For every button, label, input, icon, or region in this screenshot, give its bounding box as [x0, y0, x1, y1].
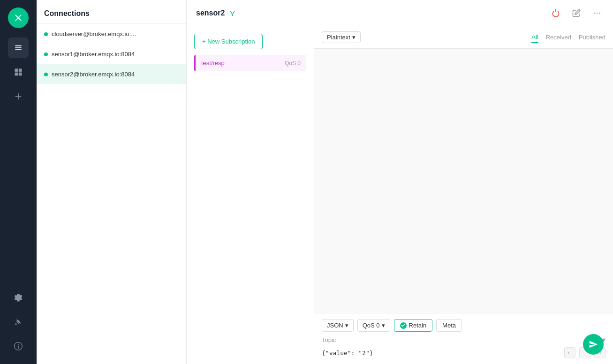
filter-tabs: All Received Published: [531, 31, 605, 43]
topic-label: Topic: [322, 336, 336, 343]
power-button[interactable]: [549, 7, 562, 20]
json-format-label: JSON: [327, 322, 343, 329]
json-chevron-icon: ▾: [345, 322, 348, 329]
connection-name: sensor2: [196, 9, 225, 17]
topbar-right: [549, 7, 604, 20]
json-format-select[interactable]: JSON ▾: [322, 319, 354, 332]
messages-panel-wrapper: Plaintext ▾ All Received Published JSON: [314, 26, 613, 364]
filter-tab-received[interactable]: Received: [546, 32, 571, 43]
topbar-left: sensor2 ⋎: [196, 8, 235, 18]
payload-input[interactable]: {"value": "2"}: [322, 349, 373, 357]
sidebar: [0, 0, 37, 364]
sidebar-item-connections[interactable]: [8, 37, 29, 58]
retain-button[interactable]: Retain: [394, 319, 433, 332]
messages-body: [314, 49, 613, 313]
subscription-item-1[interactable]: test/resp QoS 0: [194, 55, 306, 71]
main-content: sensor2 ⋎ + N: [187, 0, 613, 364]
connection-item-1[interactable]: cloudserver@broker.emqx.io:...: [37, 24, 186, 44]
chevron-down-icon[interactable]: ⋎: [229, 8, 235, 18]
publish-area: JSON ▾ QoS 0 ▾: [314, 313, 613, 364]
connection-item-3[interactable]: sensor2@broker.emqx.io:8084: [37, 64, 186, 84]
edit-button[interactable]: [570, 7, 583, 20]
more-options-button[interactable]: [590, 7, 604, 20]
sidebar-item-add[interactable]: [8, 86, 29, 107]
sidebar-item-info[interactable]: [8, 336, 29, 357]
retain-check-icon: [400, 322, 407, 329]
retain-label: Retain: [409, 322, 427, 329]
svg-point-2: [594, 12, 595, 14]
subscription-topic-1: test/resp: [201, 59, 225, 67]
sidebar-item-grid[interactable]: [8, 62, 29, 82]
subscriptions-panel: + New Subscription test/resp QoS 0: [187, 26, 314, 364]
payload-back-button[interactable]: ←: [564, 347, 575, 358]
publish-toolbar: JSON ▾ QoS 0 ▾: [322, 319, 605, 332]
messages-toolbar: Plaintext ▾ All Received Published: [314, 26, 613, 49]
connection-label-1: cloudserver@broker.emqx.io:...: [52, 30, 136, 37]
sidebar-item-settings[interactable]: [8, 287, 29, 308]
sidebar-item-rss[interactable]: [8, 312, 29, 332]
messages-panel: Plaintext ▾ All Received Published JSON: [314, 26, 613, 364]
format-chevron-icon: ▾: [352, 34, 356, 41]
connection-item-2[interactable]: sensor1@broker.emqx.io:8084: [37, 44, 186, 64]
topic-row: Topic ▾: [322, 335, 605, 344]
topbar: sensor2 ⋎: [187, 0, 613, 26]
qos-chevron-icon: ▾: [382, 322, 385, 329]
connection-label-2: sensor1@broker.emqx.io:8084: [52, 51, 135, 58]
svg-point-3: [597, 12, 598, 14]
connection-status-dot-1: [44, 32, 48, 36]
filter-tab-all[interactable]: All: [531, 31, 538, 43]
svg-point-0: [15, 323, 16, 325]
filter-tab-published[interactable]: Published: [579, 32, 605, 43]
body-split: + New Subscription test/resp QoS 0 Plain…: [187, 26, 613, 364]
connection-status-dot-3: [44, 73, 48, 76]
meta-button[interactable]: Meta: [436, 319, 462, 332]
qos-select[interactable]: QoS 0 ▾: [357, 319, 390, 332]
format-label: Plaintext: [327, 34, 350, 41]
payload-row: {"value": "2"} ← — →: [322, 347, 605, 358]
subscription-qos-1: QoS 0: [285, 60, 301, 67]
connections-title: Connections: [37, 0, 186, 24]
new-subscription-button[interactable]: + New Subscription: [194, 34, 263, 49]
connections-panel: Connections cloudserver@broker.emqx.io:.…: [37, 0, 187, 364]
qos-label: QoS 0: [363, 322, 380, 329]
format-select[interactable]: Plaintext ▾: [322, 31, 361, 43]
logo-button[interactable]: [8, 7, 29, 28]
send-button[interactable]: [583, 334, 604, 355]
connection-label-3: sensor2@broker.emqx.io:8084: [52, 71, 135, 78]
svg-point-4: [599, 12, 601, 14]
connection-status-dot-2: [44, 52, 48, 56]
